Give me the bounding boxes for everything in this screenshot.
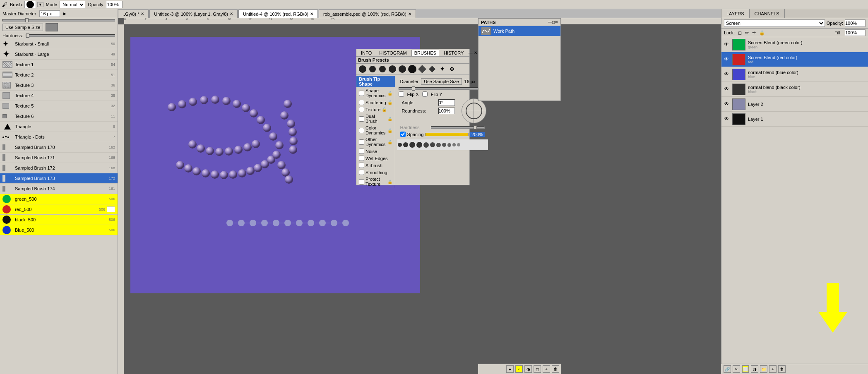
blend-mode-dropdown[interactable]: Screen Normal Multiply <box>724 19 825 27</box>
wet-edges-check[interactable] <box>359 156 364 161</box>
layer-adjustment-btn[interactable]: ◑ <box>751 365 758 373</box>
paths-work-path[interactable]: Work Path <box>478 26 560 36</box>
diameter-slider-bp-thumb[interactable] <box>412 86 415 91</box>
dual-brush-row[interactable]: Dual Brush 🔒 <box>356 113 395 125</box>
layer-visibility-red[interactable]: 👁 <box>724 56 731 63</box>
hardness-slider-bp-thumb[interactable] <box>474 125 477 129</box>
flip-x-check[interactable] <box>399 91 404 97</box>
opacity-input-layers[interactable] <box>845 19 866 27</box>
hardness-slider-bp[interactable] <box>431 126 485 129</box>
layer-style-btn[interactable]: fx <box>733 365 740 373</box>
opacity-input[interactable] <box>106 1 123 8</box>
shape-dynamics-row[interactable]: Shape Dynamics 🔒 <box>356 87 395 99</box>
brush-dropdown-arrow[interactable]: ▼ <box>37 2 43 7</box>
other-dynamics-row[interactable]: Other Dynamics 🔒 <box>356 136 395 148</box>
layer-1[interactable]: 👁 Layer 1 <box>721 112 868 127</box>
brush-item-black500[interactable]: black_500 506 <box>0 215 118 225</box>
spacing-slider[interactable] <box>425 133 468 136</box>
brush-item-starburst-large[interactable]: ✦ Starburst - Large 49 <box>0 49 118 60</box>
tab-layers[interactable]: LAYERS <box>721 9 750 18</box>
texture-check[interactable] <box>359 107 364 112</box>
diameter-slider[interactable] <box>2 19 115 22</box>
protect-texture-row[interactable]: Protect Texture 🔒 <box>356 176 395 187</box>
brush-item-starburst-small[interactable]: ✦ Starburst - Small 50 <box>0 39 118 49</box>
lock-all-btn[interactable]: 🔒 <box>759 30 765 36</box>
tab-0[interactable]: ..Gy/8) * ✕ <box>118 10 149 18</box>
brush-item-texture3[interactable]: Texture 3 36 <box>0 80 118 91</box>
use-sample-size-button[interactable]: Use Sample Size <box>2 24 43 31</box>
brush-tip-shape-option[interactable]: Brush Tip Shape <box>356 76 395 87</box>
diameter-slider-bp[interactable] <box>399 87 486 90</box>
brush-item-texture4[interactable]: Texture 4 35 <box>0 91 118 101</box>
other-dynamics-check[interactable] <box>359 139 364 145</box>
brush-item-texture2[interactable]: Texture 2 51 <box>0 70 118 80</box>
tab-info[interactable]: INFO <box>358 50 375 56</box>
diameter-expand[interactable]: ▶ <box>63 12 66 16</box>
spacing-check[interactable] <box>400 132 406 137</box>
layer-group-btn[interactable]: 📁 <box>760 365 767 373</box>
shape-dynamics-check[interactable] <box>359 91 364 96</box>
brush-item-texture1[interactable]: Texture 1 54 <box>0 60 118 70</box>
protect-texture-check[interactable] <box>359 179 364 185</box>
layer-visibility-blue[interactable]: 👁 <box>724 71 731 78</box>
panel-close-icon[interactable]: ✕ <box>474 50 477 55</box>
layer-visibility-green[interactable]: 👁 <box>724 41 731 48</box>
lock-position-btn[interactable]: ✛ <box>752 30 756 36</box>
path-new-btn[interactable]: + <box>543 365 550 373</box>
path-stroke-btn[interactable]: ○ <box>515 365 523 373</box>
tab-2[interactable]: Untitled-4 @ 100% (red, RGB/8) ✕ <box>238 10 318 18</box>
tab-0-close[interactable]: ✕ <box>141 12 144 16</box>
scattering-row[interactable]: Scattering 🔒 <box>356 99 395 106</box>
layer-visibility-2[interactable]: 👁 <box>724 101 731 108</box>
layer-link-btn[interactable]: 🔗 <box>724 365 731 373</box>
brush-item-sampled-170[interactable]: Sampled Brush 170 162 <box>0 142 118 153</box>
preset-161[interactable] <box>398 65 407 74</box>
brush-item-texture6[interactable]: Texture 6 11 <box>0 111 118 122</box>
brush-item-sampled-174[interactable]: Sampled Brush 174 161 <box>0 184 118 194</box>
tab-3-close[interactable]: ✕ <box>408 12 411 16</box>
roundness-input[interactable] <box>438 108 455 114</box>
brush-item-green500[interactable]: green_500 506 <box>0 194 118 204</box>
path-fill-btn[interactable]: ● <box>506 365 514 373</box>
layer-new-btn[interactable]: + <box>769 365 777 373</box>
brush-item-sampled-172[interactable]: Sampled Brush 172 168 <box>0 163 118 173</box>
hardness-slider[interactable] <box>26 34 115 37</box>
paths-close[interactable]: ✕ <box>555 20 558 24</box>
layer-normal-blue[interactable]: 👁 normal blend (blue color) blue <box>721 67 868 82</box>
preset-special4[interactable]: ✤ <box>447 65 457 74</box>
layer-screen-red[interactable]: 👁 Screen Blend (red color) red <box>721 52 868 67</box>
brush-picker[interactable] <box>24 1 36 8</box>
path-make-work-btn[interactable]: ◻ <box>534 365 541 373</box>
airbrush-check[interactable] <box>359 163 364 168</box>
preset-506[interactable] <box>408 65 417 74</box>
tab-2-close[interactable]: ✕ <box>310 12 313 16</box>
smoothing-row[interactable]: Smoothing <box>356 169 395 176</box>
tab-3[interactable]: rob_assemble.psd @ 100% (red, RGB/8) ✕ <box>319 10 416 18</box>
brush-item-red500[interactable]: red_500 506 <box>0 204 118 215</box>
use-sample-size-btn-bp[interactable]: Use Sample Size <box>421 78 462 85</box>
preset-173[interactable] <box>388 65 397 74</box>
lock-pixels-btn[interactable]: ✏ <box>745 30 749 36</box>
texture-row[interactable]: Texture 🔒 <box>356 106 395 113</box>
flip-y-check[interactable] <box>422 91 428 97</box>
preset-special1[interactable] <box>418 65 427 74</box>
layer-delete-btn[interactable]: 🗑 <box>778 365 786 373</box>
tab-history[interactable]: HISTORY <box>441 50 467 56</box>
color-dynamics-check[interactable] <box>359 128 364 133</box>
panel-minimize[interactable]: — <box>468 50 472 55</box>
paths-minimize[interactable]: — <box>548 20 552 24</box>
scattering-check[interactable] <box>359 100 364 105</box>
brush-item-blue500[interactable]: Blue_500 506 <box>0 225 118 235</box>
layer-mask-btn[interactable]: ⬜ <box>742 365 749 373</box>
path-load-btn[interactable]: ◑ <box>524 365 532 373</box>
smoothing-check[interactable] <box>359 170 364 175</box>
hardness-slider-thumb[interactable] <box>26 34 29 38</box>
path-delete-btn[interactable]: 🗑 <box>552 365 559 373</box>
preset-special3[interactable]: ✦ <box>438 65 447 74</box>
tab-1-close[interactable]: ✕ <box>230 12 233 16</box>
tab-histogram[interactable]: HISTOGRAM <box>376 50 409 56</box>
tool-icon[interactable]: 🖌 <box>2 1 7 8</box>
airbrush-row[interactable]: Airbrush <box>356 162 395 169</box>
preset-168a[interactable] <box>368 65 377 74</box>
diameter-slider-thumb[interactable] <box>25 18 29 22</box>
